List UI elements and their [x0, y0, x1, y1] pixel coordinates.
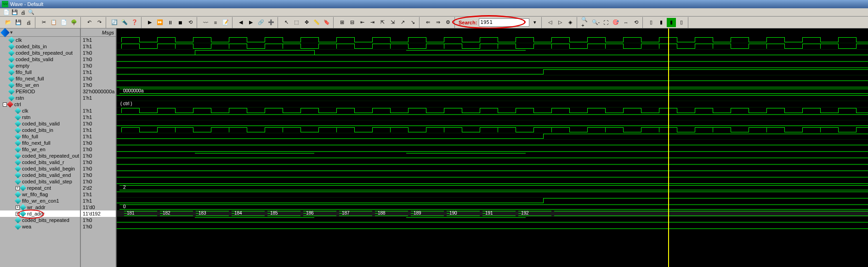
- signal-row-coded_bits_valid_end[interactable]: coded_bits_valid_end: [0, 172, 80, 178]
- signal-row-coded_bits_repeated_out[interactable]: coded_bits_repeated_out: [0, 50, 80, 56]
- search-input[interactable]: [479, 18, 529, 27]
- sim-stop-button[interactable]: ⏹: [176, 18, 185, 27]
- measure-button[interactable]: 📏: [312, 18, 321, 27]
- menu-icon-4[interactable]: 🔍: [28, 9, 35, 16]
- wave-row-repeat_cnt[interactable]: 2: [117, 185, 868, 191]
- wave-row-coded_bits_in[interactable]: [117, 43, 868, 50]
- collapse-button[interactable]: ⊟: [347, 18, 357, 27]
- signal-row-rd_addr[interactable]: +rd_addr: [0, 210, 80, 217]
- wave-row-coded_bits_repeated_out[interactable]: [117, 153, 868, 159]
- signal-row-repeat_cnt[interactable]: +repeat_cnt: [0, 185, 80, 191]
- expand-toggle-icon[interactable]: +: [16, 205, 20, 210]
- find-prev-button[interactable]: ◁: [545, 18, 555, 27]
- reload-button[interactable]: 🔄: [110, 18, 119, 27]
- wave-row-coded_bits_valid_begin[interactable]: [117, 165, 868, 172]
- signal-row-wr_fifo_flag[interactable]: wr_fifo_flag: [0, 191, 80, 198]
- signal-row-wr_addr[interactable]: +wr_addr: [0, 204, 80, 210]
- falling-edge-button[interactable]: ↘: [408, 18, 417, 27]
- signal-row-coded_bits_valid_begin[interactable]: coded_bits_valid_begin: [0, 165, 80, 172]
- rising-edge-button[interactable]: ↗: [398, 18, 407, 27]
- sim-restart-button[interactable]: ⟲: [186, 18, 195, 27]
- jump-prev-button[interactable]: ⇐: [423, 18, 432, 27]
- signal-row-fifo_full[interactable]: fifo_full: [0, 133, 80, 140]
- cursor-add-button[interactable]: ➕: [267, 18, 276, 27]
- wave-cursor[interactable]: [668, 28, 669, 267]
- wave-row-fifo_full[interactable]: [117, 133, 868, 140]
- zoom-range-button[interactable]: ↔: [621, 18, 630, 27]
- wave-row-fifo_next_full[interactable]: [117, 140, 868, 146]
- wave-row-empty[interactable]: [117, 62, 868, 69]
- wave-row-rstn[interactable]: [117, 95, 868, 101]
- signal-row-fifo_wr_en_con1[interactable]: fifo_wr_en_con1: [0, 198, 80, 204]
- add-wave-button[interactable]: 〰: [201, 18, 210, 27]
- cursor-prev-button[interactable]: ◀: [236, 18, 245, 27]
- wave-row-coded_bits_in[interactable]: [117, 127, 868, 133]
- signal-header-dropdown-icon[interactable]: ▾: [10, 29, 13, 35]
- signal-row-coded_bits_repeated[interactable]: coded_bits_repeated: [0, 217, 80, 223]
- wave-row-ctrl[interactable]: ( ctrl ): [117, 101, 868, 108]
- add-log-button[interactable]: 📝: [221, 18, 230, 27]
- wave-row-coded_bits_repeated_out[interactable]: [117, 50, 868, 56]
- wave-row-wr_fifo_flag[interactable]: [117, 191, 868, 198]
- zoom-cursor-button[interactable]: 🎯: [611, 18, 620, 27]
- wave-row-fifo_wr_en[interactable]: [117, 82, 868, 88]
- wave-pane[interactable]: 0000000a( ctrl )201811821831841851861871…: [117, 28, 868, 267]
- signal-row-wea[interactable]: wea: [0, 223, 80, 230]
- signal-row-rstn[interactable]: rstn: [0, 95, 80, 101]
- expand-toggle-icon[interactable]: +: [16, 212, 20, 216]
- signal-row-clk[interactable]: clk: [0, 37, 80, 43]
- find-button[interactable]: 🔦: [120, 18, 129, 27]
- undo-button[interactable]: ↶: [85, 18, 94, 27]
- find-all-button[interactable]: ◈: [566, 18, 575, 27]
- wave-row-fifo_wr_en_con1[interactable]: [117, 198, 868, 204]
- wave-row-clk[interactable]: [117, 37, 868, 43]
- wave-row-coded_bits_valid[interactable]: [117, 120, 868, 127]
- open-button[interactable]: 📂: [4, 18, 13, 27]
- signal-row-fifo_wr_en[interactable]: fifo_wr_en: [0, 146, 80, 153]
- help-button[interactable]: ❓: [130, 18, 139, 27]
- search-dropdown-button[interactable]: ▾: [530, 18, 539, 27]
- wave-row-coded_bits_repeated[interactable]: [117, 217, 868, 223]
- signal-row-coded_bits_in[interactable]: coded_bits_in: [0, 127, 80, 133]
- tree-button[interactable]: 🌳: [69, 18, 79, 27]
- wave-row-fifo_next_full[interactable]: [117, 75, 868, 82]
- redo-button[interactable]: ↷: [95, 18, 104, 27]
- menu-icon-2[interactable]: 💾: [11, 9, 18, 16]
- last-edge-button[interactable]: ⇲: [388, 18, 397, 27]
- paste-button[interactable]: 📄: [59, 18, 68, 27]
- prev-edge-button[interactable]: ⇤: [357, 18, 367, 27]
- signal-row-ctrl[interactable]: -ctrl: [0, 101, 80, 108]
- wave-row-coded_bits_valid_end[interactable]: [117, 172, 868, 178]
- zoom-mode-button[interactable]: ⬚: [292, 18, 301, 27]
- signal-row-fifo_next_full[interactable]: fifo_next_full: [0, 75, 80, 82]
- sim-run-button[interactable]: ▶: [145, 18, 154, 27]
- zoom-out-button[interactable]: 🔍-: [591, 18, 600, 27]
- signal-row-fifo_wr_en[interactable]: fifo_wr_en: [0, 82, 80, 88]
- signal-row-PERIOD[interactable]: PERIOD: [0, 88, 80, 95]
- menu-icon-3[interactable]: 🖨: [19, 9, 27, 16]
- wave-row-fifo_full[interactable]: [117, 69, 868, 75]
- copy-button[interactable]: 📋: [49, 18, 58, 27]
- first-edge-button[interactable]: ⇱: [378, 18, 387, 27]
- zoom-last-button[interactable]: ⟲: [631, 18, 641, 27]
- wave-row-rd_addr[interactable]: 181182183184185186187188189190191192: [117, 210, 868, 217]
- sim-step-button[interactable]: ⏩: [155, 18, 165, 27]
- find-next-button[interactable]: ▷: [556, 18, 565, 27]
- signal-row-coded_bits_in[interactable]: coded_bits_in: [0, 43, 80, 50]
- signal-row-rstn[interactable]: rstn: [0, 114, 80, 120]
- signal-row-coded_bits_repeated_out[interactable]: coded_bits_repeated_out: [0, 153, 80, 159]
- expand-toggle-icon[interactable]: -: [3, 102, 7, 107]
- select-mode-button[interactable]: ↖: [282, 18, 291, 27]
- expand-toggle-icon[interactable]: +: [16, 186, 20, 190]
- signal-row-coded_bits_valid[interactable]: coded_bits_valid: [0, 120, 80, 127]
- zoom-in-button[interactable]: 🔍+: [581, 18, 590, 27]
- zoom-full-button[interactable]: ⛶: [601, 18, 610, 27]
- print-button[interactable]: 🖨: [24, 18, 33, 27]
- layout-2-button[interactable]: ▮: [657, 18, 666, 27]
- layout-1-button[interactable]: ▯: [647, 18, 656, 27]
- wave-rows[interactable]: 0000000a( ctrl )201811821831841851861871…: [117, 37, 868, 230]
- next-edge-button[interactable]: ⇥: [368, 18, 377, 27]
- wave-row-coded_bits_valid_r[interactable]: [117, 159, 868, 165]
- jump-config-button[interactable]: ⚙: [443, 18, 453, 27]
- signal-row-coded_bits_valid_step[interactable]: coded_bits_valid_step: [0, 178, 80, 185]
